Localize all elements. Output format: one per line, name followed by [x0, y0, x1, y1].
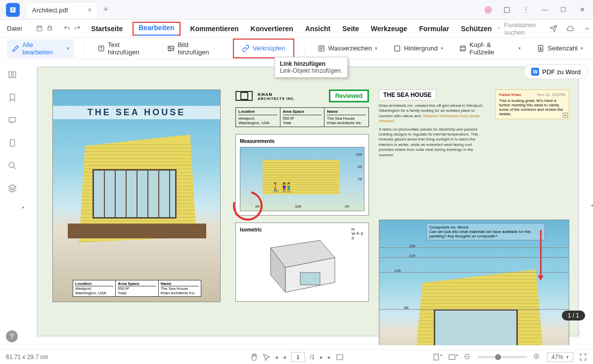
- svg-rect-30: [434, 354, 438, 360]
- svg-text:1: 1: [540, 46, 542, 50]
- print-icon[interactable]: [46, 24, 53, 34]
- annotated-render: Composite vs. Wood Can we look into what…: [379, 220, 569, 345]
- expand-right-panel-handle[interactable]: ◂: [591, 202, 593, 208]
- svg-rect-13: [395, 46, 400, 51]
- layers-icon[interactable]: [7, 183, 18, 194]
- page-number-button[interactable]: 1 Seitenzahl ▾: [534, 43, 586, 54]
- tab-kommentieren[interactable]: Kommentieren: [188, 22, 241, 36]
- svg-point-11: [169, 47, 171, 48]
- tab-konvertieren[interactable]: Konvertieren: [249, 22, 295, 36]
- comment-annotation[interactable]: Composite vs. Wood Can we look into what…: [426, 223, 545, 240]
- background-label: Hintergrund: [404, 45, 438, 52]
- header-footer-icon: [459, 45, 466, 52]
- svg-rect-22: [10, 139, 15, 146]
- fit-page-icon[interactable]: ▾: [448, 353, 458, 361]
- link-icon: [242, 45, 250, 52]
- close-window-button[interactable]: ✕: [576, 4, 588, 16]
- notes-icon[interactable]: [501, 4, 513, 16]
- pencil-icon: [12, 45, 19, 52]
- isometric-title: Isometric: [240, 227, 365, 232]
- help-button[interactable]: ?: [6, 330, 18, 342]
- minimize-button[interactable]: —: [539, 4, 550, 16]
- add-text-button[interactable]: Text hinzufügen: [94, 39, 154, 58]
- add-text-label: Text hinzufügen: [108, 41, 151, 56]
- send-icon[interactable]: [548, 24, 558, 34]
- image-icon: [167, 45, 175, 52]
- sticky-expand-icon[interactable]: +: [563, 113, 568, 118]
- tab-seite[interactable]: Seite: [340, 22, 361, 36]
- background-button[interactable]: Hintergrund ▾: [390, 43, 446, 54]
- link-button[interactable]: Verknüpfen: [239, 43, 288, 54]
- page-number-icon: 1: [537, 45, 545, 52]
- fullscreen-icon[interactable]: [579, 353, 587, 361]
- page-counter-badge: 1 / 1: [562, 311, 585, 320]
- expand-sidebar-handle[interactable]: ▸: [22, 204, 25, 210]
- svg-line-24: [13, 167, 16, 169]
- link-label: Verknüpfen: [253, 45, 285, 52]
- chevron-down-icon: ▾: [67, 46, 69, 51]
- compass-icon: NW ✛ ES: [352, 227, 364, 240]
- thumbnails-icon[interactable]: [7, 69, 18, 80]
- company-sub: ARCHITECTS INC.: [258, 97, 295, 100]
- read-mode-icon[interactable]: [336, 353, 344, 361]
- svg-rect-5: [37, 26, 42, 31]
- isometric-render: [251, 238, 350, 297]
- maximize-button[interactable]: ☐: [557, 4, 569, 16]
- info-grid: LocationWestport, Washington, USA Area S…: [235, 107, 369, 127]
- tab-werkzeuge[interactable]: Werkzeuge: [369, 22, 410, 36]
- file-menu[interactable]: Datei: [7, 25, 22, 32]
- tab-bearbeiten[interactable]: Bearbeiten: [137, 21, 176, 36]
- prev-page-icon[interactable]: ◂: [275, 354, 278, 361]
- zoom-in-icon[interactable]: [533, 353, 541, 361]
- zoom-slider[interactable]: [478, 356, 527, 358]
- word-icon: W: [531, 68, 539, 76]
- zoom-level-dropdown[interactable]: 47% ▾: [547, 352, 573, 362]
- search-icon[interactable]: [7, 160, 18, 171]
- new-tab-button[interactable]: +: [103, 4, 108, 15]
- next-page-icon[interactable]: ▸: [320, 354, 323, 361]
- bookmarks-icon[interactable]: [7, 92, 18, 103]
- redo-icon[interactable]: [74, 24, 81, 34]
- cloud-icon[interactable]: [565, 24, 575, 34]
- svg-rect-21: [9, 118, 16, 122]
- document-tab[interactable]: Architect.pdf ×: [26, 2, 98, 18]
- edit-all-button[interactable]: Alle bearbeiten ▾: [7, 39, 74, 58]
- sticky-time: Nov 16, 2:01PM: [537, 92, 565, 97]
- chevron-down-icon: ▾: [581, 46, 583, 51]
- tab-schuetzen[interactable]: Schützen: [459, 22, 494, 36]
- description-2: It relies on photovoltaic panels for ele…: [379, 127, 488, 158]
- close-tab-icon[interactable]: ×: [88, 6, 91, 14]
- prev-page-icon2[interactable]: ◂: [283, 354, 286, 361]
- pdf-to-word-button[interactable]: W PDF zu Word: [524, 64, 588, 79]
- collapse-ribbon-icon[interactable]: [582, 24, 592, 34]
- user-avatar-icon[interactable]: [482, 4, 494, 16]
- page-number-input[interactable]: [291, 352, 305, 362]
- col3-title: THE SEA HOUSE: [379, 90, 436, 100]
- tab-startseite[interactable]: Startseite: [89, 22, 125, 36]
- company-name: KHAN: [258, 92, 295, 97]
- undo-icon[interactable]: [63, 24, 71, 34]
- fit-width-icon[interactable]: ▾: [432, 353, 442, 361]
- watermark-button[interactable]: Wasserzeichen ▾: [315, 43, 380, 54]
- svg-rect-31: [449, 355, 455, 359]
- add-image-label: Bild hinzufügen: [178, 41, 220, 56]
- attachments-icon[interactable]: [7, 137, 18, 148]
- more-icon[interactable]: ⋮: [520, 4, 532, 16]
- header-footer-button[interactable]: Kopf- & Fußzeile ▾: [456, 39, 524, 58]
- page-total: /1: [310, 354, 315, 361]
- reviewed-stamp: Reviewed: [329, 90, 369, 102]
- pdf-page: THE SEA HOUSE LocationWestport, Washingt…: [37, 67, 579, 336]
- sticky-note[interactable]: Faisal Khan Nov 16, 2:01PM This is looki…: [495, 90, 569, 119]
- add-image-button[interactable]: Bild hinzufügen: [164, 39, 223, 58]
- zoom-out-icon[interactable]: [464, 353, 472, 361]
- select-tool-icon[interactable]: [262, 353, 270, 361]
- svg-rect-29: [337, 354, 343, 360]
- text-icon: [97, 45, 105, 52]
- hand-tool-icon[interactable]: [249, 353, 257, 361]
- comments-icon[interactable]: [7, 115, 18, 126]
- search-functions[interactable]: Funktionen suchen: [497, 21, 538, 36]
- tab-formular[interactable]: Formular: [417, 22, 451, 36]
- tab-ansicht[interactable]: Ansicht: [303, 22, 332, 36]
- next-page-icon2[interactable]: ▸: [328, 354, 331, 361]
- save-icon[interactable]: [36, 24, 43, 34]
